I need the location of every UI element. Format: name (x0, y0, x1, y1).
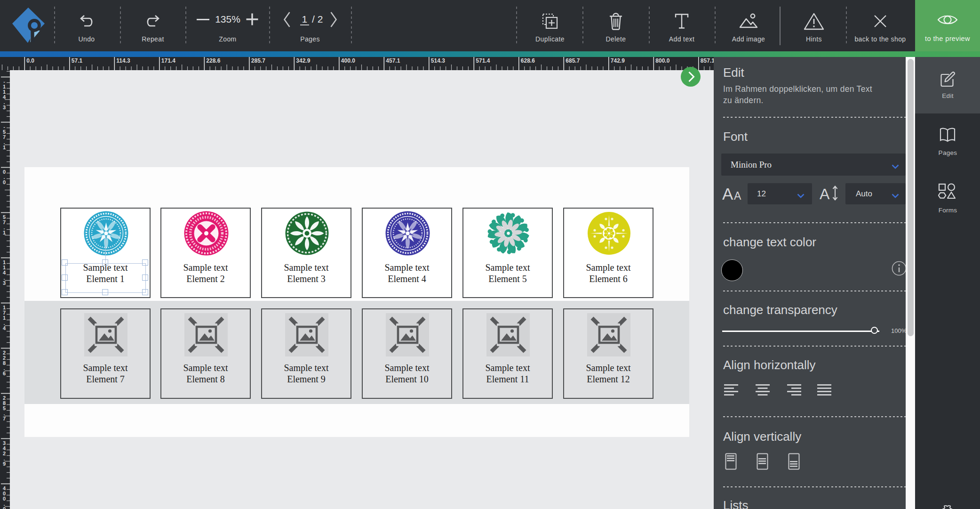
svg-text:400.0: 400.0 (341, 57, 355, 64)
svg-text:0.0: 0.0 (26, 57, 34, 64)
svg-text:228.6: 228.6 (206, 57, 220, 64)
svg-text:57.1: 57.1 (72, 57, 83, 64)
svg-text:A: A (820, 186, 830, 202)
svg-text:857.1: 857.1 (701, 57, 714, 64)
svg-text:114.3: 114.3 (116, 57, 130, 64)
svg-text:800.0: 800.0 (655, 57, 669, 64)
svg-text:514.3: 514.3 (431, 57, 445, 64)
svg-text:571.4: 571.4 (476, 57, 490, 64)
svg-text:171.4: 171.4 (161, 57, 175, 64)
svg-text:342.9: 342.9 (296, 57, 310, 64)
svg-text:457.1: 457.1 (386, 57, 400, 64)
svg-text:285.7: 285.7 (251, 57, 265, 64)
svg-text:685.7: 685.7 (566, 57, 580, 64)
svg-text:742.9: 742.9 (611, 57, 625, 64)
svg-text:A: A (734, 190, 741, 202)
svg-text:628.6: 628.6 (521, 57, 535, 64)
svg-text:A: A (722, 185, 733, 202)
